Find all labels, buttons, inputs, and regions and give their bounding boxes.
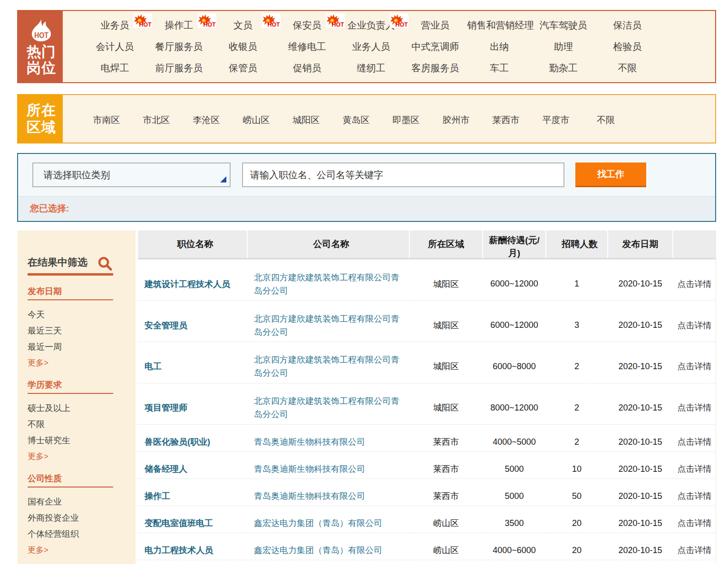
svg-text:HOT: HOT	[34, 31, 49, 40]
